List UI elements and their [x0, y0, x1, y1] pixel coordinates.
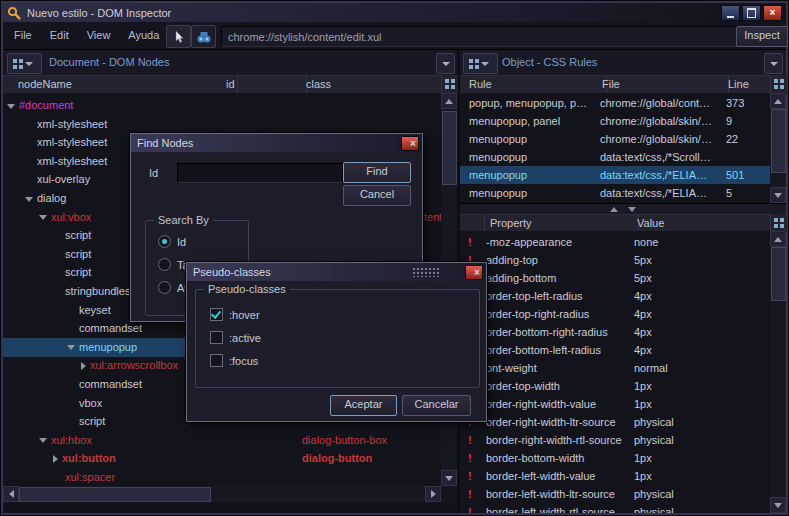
checkbox-icon[interactable] [210, 354, 223, 367]
radio-icon[interactable] [158, 281, 171, 294]
close-button[interactable] [763, 5, 782, 21]
splitter-grippy-icon[interactable] [610, 207, 618, 212]
twisty-icon[interactable] [53, 455, 58, 463]
css-property-row[interactable]: border-left-width-rtl-sourcephysical [460, 503, 770, 513]
scroll-up-button[interactable] [770, 93, 786, 109]
scroll-down-button[interactable] [770, 187, 786, 203]
find-button[interactable]: Find [343, 162, 411, 183]
css-property-row[interactable]: border-left-width-ltr-sourcephysical [460, 485, 770, 503]
radio-icon[interactable] [158, 235, 171, 248]
column-value[interactable]: Value [632, 215, 776, 232]
scroll-down-button[interactable] [770, 497, 786, 513]
left-pane-menu-button[interactable] [436, 53, 455, 74]
tree-row-xul-button[interactable]: xul:buttondialog-button [3, 449, 441, 468]
css-property-row[interactable]: adding-top5px [460, 251, 770, 269]
twisty-icon[interactable] [39, 438, 47, 443]
menu-file[interactable]: File [5, 22, 41, 48]
css-property-row[interactable]: order-top-left-radius4px [460, 287, 770, 305]
find-dialog-titlebar[interactable]: Find Nodes [131, 134, 422, 152]
css-rule-row[interactable]: menupopupdata:text/css,/*Scroll… [460, 148, 770, 166]
radio-icon[interactable] [158, 258, 171, 271]
right-pane-menu-button[interactable] [764, 53, 783, 74]
rules-vscrollbar[interactable] [770, 93, 786, 203]
checkbox-icon[interactable] [210, 308, 223, 321]
checkbox-icon[interactable] [210, 331, 223, 344]
checkbox-focus[interactable]: :focus [210, 354, 258, 367]
window-title: Nuevo estilo - DOM Inspector [27, 7, 171, 19]
url-input[interactable] [221, 26, 745, 47]
scroll-up-button[interactable] [441, 93, 457, 109]
close-icon [770, 8, 776, 18]
inspect-element-button[interactable] [166, 25, 191, 48]
tree-row-xul-hbox[interactable]: xul:hboxdialog-button-box [3, 431, 441, 450]
css-property-row[interactable]: adding-bottom5px [460, 269, 770, 287]
css-property-row[interactable]: order-top-width1px [460, 377, 770, 395]
column-rule[interactable]: Rule [460, 76, 607, 93]
left-viewer-menu-button[interactable] [7, 53, 42, 74]
minimize-button[interactable] [721, 5, 740, 21]
checkbox-active[interactable]: :active [210, 331, 261, 344]
right-viewer-menu-button[interactable] [463, 53, 498, 74]
twisty-icon[interactable] [39, 215, 47, 220]
radio-id[interactable]: Id [158, 235, 186, 248]
column-file[interactable]: File [597, 76, 729, 93]
column-id[interactable]: id [222, 76, 307, 93]
column-nodename[interactable]: nodeName [3, 76, 238, 93]
column-property[interactable]: Property [484, 215, 639, 232]
css-property-row[interactable]: order-bottom-left-radius4px [460, 341, 770, 359]
css-property-row[interactable]: ont-weightnormal [460, 359, 770, 377]
css-property-row[interactable]: border-bottom-width1px [460, 449, 770, 467]
scrollbar-thumb[interactable] [771, 109, 786, 173]
css-rule-row[interactable]: popup, menupopup, p…chrome://global/cont… [460, 94, 770, 112]
tree-row-xml-stylesheet[interactable]: xml-stylesheet [3, 115, 441, 134]
column-line[interactable]: Line [723, 76, 776, 93]
menu-edit[interactable]: Edit [41, 22, 78, 48]
column-picker-button[interactable] [441, 75, 458, 94]
css-property-row[interactable]: order-bottom-right-radius4px [460, 323, 770, 341]
scroll-right-button[interactable] [425, 486, 441, 502]
dialog-close-button[interactable] [401, 136, 419, 151]
twisty-icon[interactable] [7, 104, 15, 109]
scrollbar-thumb[interactable] [442, 111, 457, 185]
css-rule-row[interactable]: menupopup, panelchrome://global/skin/…9 [460, 112, 770, 130]
twisty-icon[interactable] [67, 345, 75, 350]
css-property-row[interactable]: order-right-width-ltr-sourcephysical [460, 413, 770, 431]
node-name-label: xml-stylesheet [37, 155, 107, 167]
twisty-icon[interactable] [81, 362, 86, 370]
css-rule-row[interactable]: menupopupdata:text/css,/*ELIA…501 [460, 166, 770, 184]
menu-ayuda[interactable]: Ayuda [119, 22, 168, 48]
column-picker-button[interactable] [770, 214, 787, 232]
css-property-row[interactable]: order-right-width-value1px [460, 395, 770, 413]
tree-hscrollbar[interactable] [3, 486, 441, 502]
cancel-button[interactable]: Cancelar [402, 395, 471, 416]
splitter-grippy-icon[interactable] [628, 207, 636, 212]
scroll-up-button[interactable] [770, 231, 786, 247]
tree-row-xul-spacer[interactable]: xul:spacer [3, 468, 441, 486]
column-important[interactable] [460, 215, 485, 232]
scrollbar-thumb[interactable] [771, 247, 786, 301]
column-class[interactable]: class [302, 76, 446, 93]
accept-button[interactable]: Aceptar [330, 395, 397, 416]
menu-view[interactable]: View [78, 22, 120, 48]
inspect-button[interactable]: Inspect [736, 26, 788, 47]
checkbox-hover[interactable]: :hover [210, 308, 260, 321]
css-property-row[interactable]: border-right-width-rtl-sourcephysical [460, 431, 770, 449]
properties-vscrollbar[interactable] [770, 231, 786, 513]
css-property-row[interactable]: border-left-width-value1px [460, 467, 770, 485]
twisty-icon[interactable] [25, 197, 33, 202]
css-rule-row[interactable]: menupopupchrome://global/skin/…22 [460, 130, 770, 148]
dialog-close-button[interactable] [465, 265, 483, 280]
find-id-input[interactable] [177, 163, 343, 183]
css-rule-row[interactable]: menupopupdata:text/css,/*ELIA…5 [460, 184, 770, 202]
tree-row--document[interactable]: #document [3, 96, 441, 115]
css-property-row[interactable]: -moz-appearancenone [460, 233, 770, 251]
find-nodes-button[interactable] [191, 25, 216, 48]
css-property-row[interactable]: order-top-right-radius4px [460, 305, 770, 323]
scrollbar-thumb[interactable] [19, 487, 211, 502]
scroll-left-button[interactable] [3, 486, 19, 502]
pseudo-dialog-titlebar[interactable]: Pseudo-classes [187, 263, 486, 281]
maximize-button[interactable] [742, 5, 761, 21]
column-picker-button[interactable] [770, 75, 787, 94]
scroll-down-button[interactable] [441, 470, 457, 486]
find-cancel-button[interactable]: Cancel [343, 185, 411, 206]
